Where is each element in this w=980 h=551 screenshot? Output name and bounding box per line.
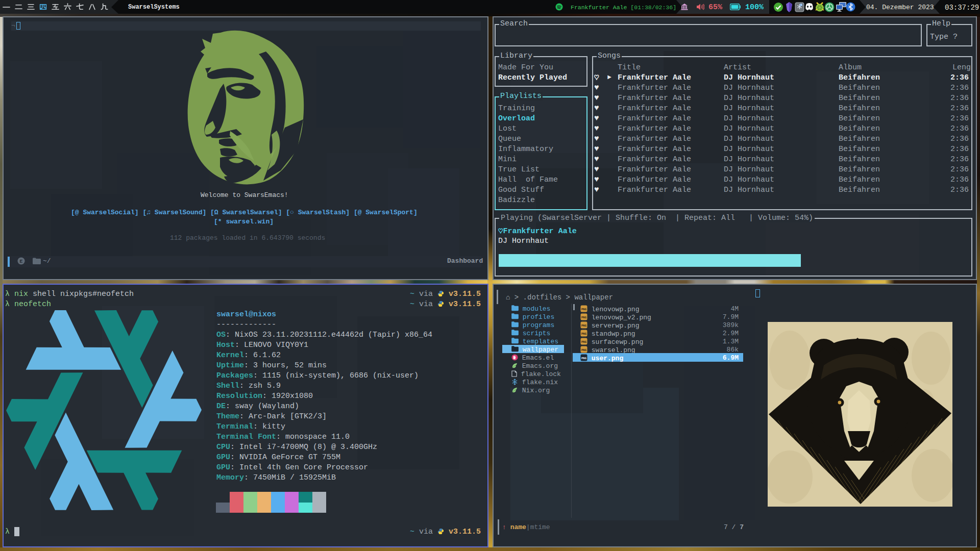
svg-text:PNG: PNG	[581, 332, 587, 336]
svg-text:PNG: PNG	[581, 340, 587, 344]
svg-text:PNG: PNG	[581, 316, 587, 319]
svg-text:PNG: PNG	[581, 308, 587, 311]
svg-text:E: E	[20, 259, 23, 264]
svg-text:PNG: PNG	[581, 348, 587, 352]
svg-text:PNG: PNG	[581, 357, 587, 360]
svg-text:PNG: PNG	[581, 324, 587, 328]
